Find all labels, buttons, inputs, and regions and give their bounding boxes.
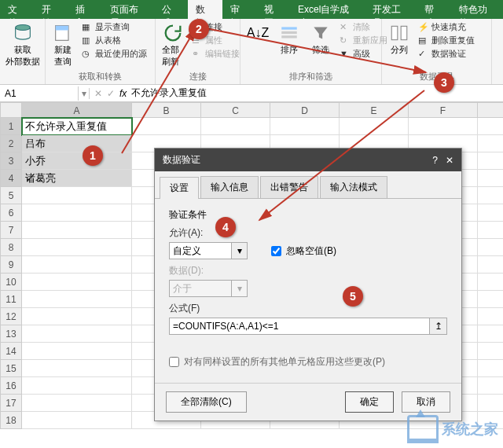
cell-A10[interactable] [22,274,132,291]
cell-A17[interactable] [22,395,132,412]
apply-all-checkbox[interactable]: 对有同样设置的所有其他单元格应用这些更改(P) [169,355,447,369]
menu-item-7[interactable]: 视图 [256,0,290,19]
cancel-button[interactable]: 取消 [402,391,450,413]
cell-G6[interactable] [478,204,503,222]
col-header-G[interactable]: G [478,102,503,118]
name-box-dropdown[interactable]: ▾ [79,88,90,99]
cell-G14[interactable] [478,343,503,360]
sort-asc-button[interactable]: A↓Z [244,20,272,46]
select-all-corner[interactable] [0,102,22,118]
text-to-columns-button[interactable]: 分列 [385,20,413,57]
row-header-7[interactable]: 7 [0,222,22,239]
close-icon[interactable]: ✕ [446,155,453,166]
get-external-data-button[interactable]: 获取 外部数据 [3,20,42,69]
menu-item-11[interactable]: 特色功能 [451,0,503,19]
menu-item-0[interactable]: 文件 [0,0,34,19]
sort-button[interactable]: 排序 [275,20,303,57]
cell-G16[interactable] [478,377,503,395]
cell-A13[interactable] [22,325,132,343]
row-header-13[interactable]: 13 [0,325,22,343]
cell-A12[interactable] [22,308,132,325]
row-header-1[interactable]: 1 [0,118,22,135]
cell-G15[interactable] [478,360,503,377]
cell-G4[interactable] [478,170,503,187]
dialog-tab-0[interactable]: 设置 [160,177,199,199]
row-header-12[interactable]: 12 [0,308,22,325]
cell-A8[interactable] [22,239,132,256]
cell-G7[interactable] [478,222,503,239]
dialog-tab-1[interactable]: 输入信息 [200,176,259,198]
edit-links-button[interactable]: ⚭编辑链接 [190,47,241,61]
show-queries-button[interactable]: ▦显示查询 [80,20,149,34]
recent-sources-button[interactable]: ◷最近使用的源 [80,47,149,61]
remove-duplicates-button[interactable]: ▤删除重复值 [417,34,476,47]
cell-G11[interactable] [478,291,503,308]
row-header-18[interactable]: 18 [0,412,22,429]
cell-G1[interactable] [478,118,503,135]
col-header-E[interactable]: E [340,102,409,118]
ignore-blank-checkbox[interactable]: 忽略空值(B) [271,244,336,258]
cell-A16[interactable] [22,377,132,395]
cell-E1[interactable] [340,118,409,135]
filter-button[interactable]: 筛选 [307,20,335,57]
cell-A9[interactable] [22,256,132,274]
cell-G13[interactable] [478,325,503,343]
cell-G17[interactable] [478,395,503,412]
cell-G5[interactable] [478,187,503,204]
menu-item-5[interactable]: 数据 [188,0,222,19]
cell-G9[interactable] [478,256,503,274]
row-header-6[interactable]: 6 [0,204,22,222]
row-header-2[interactable]: 2 [0,135,22,152]
range-picker-icon[interactable]: ↥ [430,318,447,335]
cell-G12[interactable] [478,308,503,325]
refresh-all-button[interactable]: 全部刷新 [159,20,187,69]
new-query-button[interactable]: 新建 查询 [49,20,77,69]
cell-F1[interactable] [409,118,478,135]
row-header-8[interactable]: 8 [0,239,22,256]
row-header-16[interactable]: 16 [0,377,22,395]
menu-item-1[interactable]: 开始 [34,0,68,19]
col-header-B[interactable]: B [132,102,201,118]
name-box[interactable]: A1 [0,86,79,101]
from-table-button[interactable]: ▥从表格 [80,34,149,47]
col-header-D[interactable]: D [270,102,340,118]
row-header-17[interactable]: 17 [0,395,22,412]
clear-all-button[interactable]: 全部清除(C) [166,391,247,413]
menu-item-9[interactable]: 开发工具 [365,0,417,19]
formula-input[interactable]: 不允许录入重复值 [131,86,207,100]
cell-A4[interactable]: 诸葛亮 [22,170,132,187]
cell-C1[interactable] [201,118,270,135]
flash-fill-button[interactable]: ⚡快速填充 [417,20,476,34]
row-header-10[interactable]: 10 [0,274,22,291]
dialog-tab-3[interactable]: 输入法模式 [320,176,387,198]
cell-A18[interactable] [22,412,132,429]
dialog-titlebar[interactable]: 数据验证 ? ✕ [155,149,461,171]
cell-A3[interactable]: 小乔 [22,152,132,170]
row-header-11[interactable]: 11 [0,291,22,308]
cell-A14[interactable] [22,343,132,360]
row-header-5[interactable]: 5 [0,187,22,204]
row-header-15[interactable]: 15 [0,360,22,377]
cell-G3[interactable] [478,152,503,170]
cell-D1[interactable] [270,118,340,135]
col-header-F[interactable]: F [409,102,478,118]
row-header-14[interactable]: 14 [0,343,22,360]
help-icon[interactable]: ? [432,155,438,166]
fx-icon[interactable]: fx [119,88,127,99]
menu-item-10[interactable]: 帮助 [417,0,450,19]
ok-button[interactable]: 确定 [345,391,394,413]
col-header-C[interactable]: C [201,102,270,118]
menu-item-4[interactable]: 公式 [154,0,188,19]
menu-item-8[interactable]: Excel自学成才 [290,0,365,19]
cell-A1[interactable]: 不允许录入重复值 [22,118,132,135]
col-header-A[interactable]: A [22,102,132,118]
cell-B1[interactable] [132,118,201,135]
formula-input-field[interactable] [169,318,430,335]
dialog-tab-2[interactable]: 出错警告 [260,176,318,198]
row-header-4[interactable]: 4 [0,170,22,187]
cell-A15[interactable] [22,360,132,377]
cell-A7[interactable] [22,222,132,239]
cell-G8[interactable] [478,239,503,256]
cell-A2[interactable]: 吕布 [22,135,132,152]
allow-select[interactable] [169,242,232,259]
